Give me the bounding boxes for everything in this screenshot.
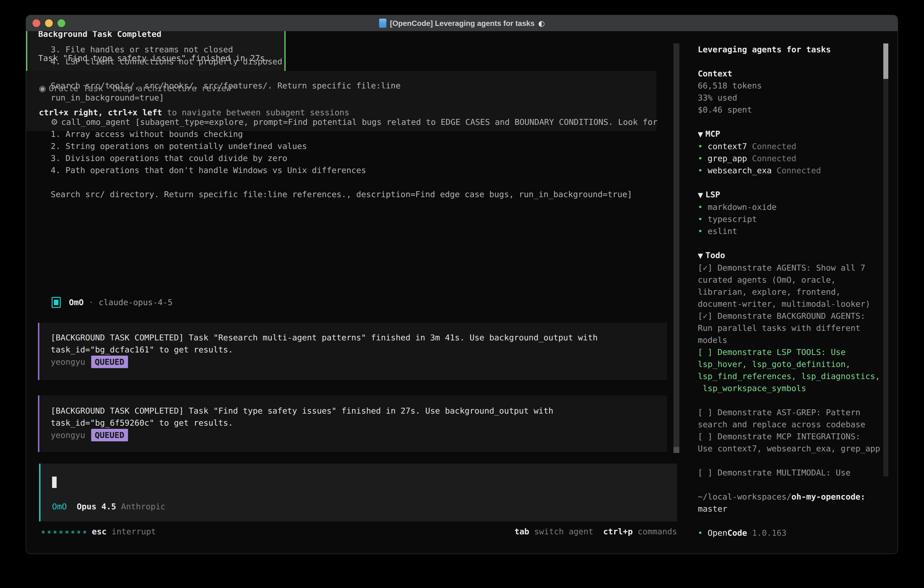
lsp-section-header[interactable]: ▼ LSP — [698, 188, 883, 201]
input-agent-name: OmO — [52, 502, 67, 511]
tool-call-text: call_omo_agent [subagent_type=explore, p… — [61, 117, 658, 127]
document-icon — [379, 19, 386, 28]
traffic-lights — [33, 19, 65, 27]
todo-item-done: [✓] Demonstrate AGENTS: Show all 7 curat… — [698, 262, 883, 310]
message-card: [BACKGROUND TASK COMPLETED] Task "Find t… — [38, 395, 667, 452]
sidebar-scrollbar[interactable] — [883, 43, 888, 476]
workspace-path: ~/local-workspaces/oh-my-opencode: — [698, 491, 883, 503]
separator-dot: · — [89, 296, 94, 308]
context-spent: $0.46 spent — [698, 104, 883, 116]
close-button[interactable] — [33, 19, 40, 27]
keyboard-hints: tab switch agent ctrl+p commands — [515, 525, 677, 537]
mcp-item: • websearch_exa Connected — [698, 164, 883, 177]
lsp-section: ▼ LSP • markdown-oxide • typescript • es… — [698, 188, 883, 237]
tool-call-line: ⚙call_omo_agent [subagent_type=explore, … — [51, 116, 672, 128]
todo-section-header[interactable]: ▼ Todo — [698, 249, 883, 262]
zoom-button[interactable] — [58, 19, 65, 27]
mcp-item: • context7 Connected — [698, 140, 883, 152]
tool-call-body: 1. Array access without bounds checking … — [51, 128, 672, 200]
todo-section: ▼ Todo [✓] Demonstrate AGENTS: Show all … — [698, 249, 883, 479]
input-model-provider: Anthropic — [121, 502, 165, 511]
lsp-item: • eslint — [698, 225, 883, 237]
spinner-icon: ◐ — [538, 17, 545, 29]
message-meta: yeongyuQUEUED — [40, 356, 667, 368]
mcp-section: ▼ MCP • context7 Connected • grep_app Co… — [698, 128, 883, 177]
lsp-item: • markdown-oxide — [698, 201, 883, 213]
model-selector[interactable]: OmO Opus 4.5 Anthropic — [52, 500, 677, 512]
status-dot-icon: • — [698, 142, 708, 151]
chat-scrollbar[interactable] — [673, 43, 679, 453]
oracle-icon: ◉ — [39, 84, 46, 93]
version-line: • OpenCode 1.0.163 — [698, 527, 883, 539]
prompt-input[interactable]: OmO Opus 4.5 Anthropic — [39, 464, 677, 521]
omo-agent-icon — [52, 297, 61, 308]
chat-scrollbar-thumb[interactable] — [673, 447, 679, 453]
message-card: [BACKGROUND TASK COMPLETED] Task "Resear… — [38, 323, 667, 380]
context-section: Context 66,518 tokens 33% used $0.46 spe… — [698, 68, 883, 116]
todo-item-active: [ ] Demonstrate LSP TOOLS: Use lsp_hover… — [698, 346, 883, 394]
agent-name: OmO — [69, 296, 84, 308]
scrollback-text: 3. File handles or streams not closed 4.… — [51, 43, 672, 104]
hint-text: to navigate between subagent sessions — [162, 108, 350, 117]
todo-item-done: [✓] Demonstrate BACKGROUND AGENTS: Run p… — [698, 310, 883, 346]
agent-model: claude-opus-4-5 — [99, 296, 173, 308]
sidebar: Leveraging agents for tasks Context 66,5… — [698, 43, 883, 539]
text-cursor — [52, 477, 57, 488]
mcp-item: • grep_app Connected — [698, 152, 883, 164]
input-model-name: Opus 4.5 — [77, 502, 116, 511]
agent-header: OmO · claude-opus-4-5 — [52, 296, 173, 308]
git-branch: master — [698, 503, 883, 515]
sidebar-scrollbar-thumb[interactable] — [883, 43, 888, 79]
status-dot-icon: • — [698, 226, 708, 236]
hint-keys: ctrl+x right, ctrl+x left — [39, 108, 162, 117]
terminal-window: [OpenCode] Leveraging agents for tasks ◐… — [26, 15, 898, 554]
status-badge: QUEUED — [91, 356, 128, 368]
chevron-down-icon: ▼ — [698, 130, 706, 138]
status-badge: QUEUED — [91, 429, 128, 441]
titlebar: [OpenCode] Leveraging agents for tasks ◐ — [26, 15, 898, 31]
status-dot-icon: • — [698, 202, 708, 212]
status-dot-icon: • — [698, 528, 708, 537]
minimize-button[interactable] — [45, 19, 53, 27]
lsp-item: • typescript — [698, 213, 883, 225]
message-text: [BACKGROUND TASK COMPLETED] Task "Find t… — [40, 405, 667, 429]
author-name: yeongyu — [51, 357, 85, 367]
status-dot-icon: • — [698, 154, 708, 163]
todo-item-pending: [ ] Demonstrate AST-GREP: Pattern search… — [698, 406, 883, 430]
context-used: 33% used — [698, 92, 883, 104]
mcp-section-header[interactable]: ▼ MCP — [698, 128, 883, 140]
author-name: yeongyu — [51, 430, 85, 440]
gear-icon: ⚙ — [51, 117, 58, 127]
message-text: [BACKGROUND TASK COMPLETED] Task "Resear… — [40, 332, 667, 356]
chevron-down-icon: ▼ — [698, 191, 706, 199]
session-title: Leveraging agents for tasks — [698, 43, 883, 56]
window-title: [OpenCode] Leveraging agents for tasks — [390, 17, 535, 29]
workspace-info: ~/local-workspaces/oh-my-opencode: maste… — [698, 491, 883, 515]
todo-item-pending: [ ] Demonstrate MCP INTEGRATIONS: Use co… — [698, 430, 883, 454]
status-dot-icon: • — [698, 166, 708, 175]
message-meta: yeongyuQUEUED — [40, 429, 667, 441]
activity-spinner-dots: ▪▪▪▪▪▪▪▪ — [41, 525, 89, 537]
context-tokens: 66,518 tokens — [698, 79, 883, 92]
context-header: Context — [698, 68, 883, 79]
interrupt-hint: esc interrupt — [92, 525, 156, 537]
status-dot-icon: • — [698, 215, 708, 224]
window-title-area: [OpenCode] Leveraging agents for tasks ◐ — [379, 15, 545, 31]
chevron-down-icon: ▼ — [698, 252, 706, 260]
todo-item-pending: [ ] Demonstrate MULTIMODAL: Use — [698, 467, 883, 479]
